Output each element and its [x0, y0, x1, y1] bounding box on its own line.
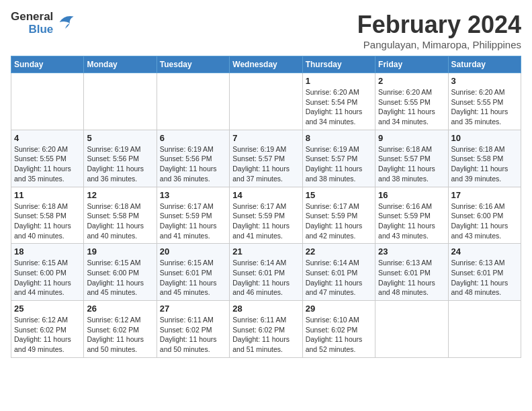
weekday-header: Wednesday: [230, 56, 302, 73]
day-info: Sunrise: 6:20 AMSunset: 5:55 PMDaylight:…: [451, 87, 518, 127]
calendar-cell: 5Sunrise: 6:19 AMSunset: 5:56 PMDaylight…: [84, 130, 157, 187]
day-info: Sunrise: 6:15 AMSunset: 6:01 PMDaylight:…: [160, 258, 226, 298]
weekday-header: Friday: [375, 56, 448, 73]
day-info: Sunrise: 6:15 AMSunset: 6:00 PMDaylight:…: [87, 258, 153, 298]
day-info: Sunrise: 6:13 AMSunset: 6:01 PMDaylight:…: [378, 258, 445, 298]
calendar-cell: 26Sunrise: 6:12 AMSunset: 6:02 PMDayligh…: [84, 301, 157, 358]
weekday-header: Saturday: [448, 56, 521, 73]
day-number: 25: [14, 304, 81, 314]
day-number: 2: [378, 76, 445, 86]
day-number: 7: [232, 133, 299, 143]
day-number: 21: [232, 246, 299, 257]
day-info: Sunrise: 6:20 AMSunset: 5:54 PMDaylight:…: [306, 87, 372, 127]
day-number: 23: [378, 246, 445, 257]
logo-line2: Blue: [28, 24, 53, 36]
calendar-cell: 29Sunrise: 6:10 AMSunset: 6:02 PMDayligh…: [302, 301, 375, 358]
calendar-cell: 15Sunrise: 6:17 AMSunset: 5:59 PMDayligh…: [302, 187, 375, 244]
calendar-cell: 13Sunrise: 6:17 AMSunset: 5:59 PMDayligh…: [157, 187, 229, 244]
calendar-cell: [230, 73, 302, 130]
day-info: Sunrise: 6:19 AMSunset: 5:56 PMDaylight:…: [87, 144, 153, 184]
day-info: Sunrise: 6:18 AMSunset: 5:58 PMDaylight:…: [451, 144, 518, 184]
calendar-cell: 24Sunrise: 6:13 AMSunset: 6:01 PMDayligh…: [448, 244, 521, 301]
day-number: 28: [232, 304, 299, 314]
calendar-cell: 16Sunrise: 6:16 AMSunset: 5:59 PMDayligh…: [375, 187, 448, 244]
weekday-header: Sunday: [11, 56, 84, 73]
day-info: Sunrise: 6:18 AMSunset: 5:58 PMDaylight:…: [14, 201, 81, 241]
calendar-cell: 18Sunrise: 6:15 AMSunset: 6:00 PMDayligh…: [11, 244, 84, 301]
calendar-cell: 8Sunrise: 6:19 AMSunset: 5:57 PMDaylight…: [302, 130, 375, 187]
calendar-cell: 14Sunrise: 6:17 AMSunset: 5:59 PMDayligh…: [230, 187, 302, 244]
calendar-week-row: 1Sunrise: 6:20 AMSunset: 5:54 PMDaylight…: [11, 73, 521, 130]
calendar-cell: 4Sunrise: 6:20 AMSunset: 5:55 PMDaylight…: [11, 130, 84, 187]
day-info: Sunrise: 6:11 AMSunset: 6:02 PMDaylight:…: [160, 315, 226, 355]
calendar-table: SundayMondayTuesdayWednesdayThursdayFrid…: [11, 56, 521, 358]
logo-line1: General: [11, 11, 53, 24]
calendar-cell: 25Sunrise: 6:12 AMSunset: 6:02 PMDayligh…: [11, 301, 84, 358]
day-number: 8: [306, 133, 372, 143]
day-info: Sunrise: 6:16 AMSunset: 5:59 PMDaylight:…: [378, 201, 445, 241]
calendar-week-row: 18Sunrise: 6:15 AMSunset: 6:00 PMDayligh…: [11, 244, 521, 301]
calendar-week-row: 25Sunrise: 6:12 AMSunset: 6:02 PMDayligh…: [11, 301, 521, 358]
day-info: Sunrise: 6:18 AMSunset: 5:58 PMDaylight:…: [87, 201, 153, 241]
weekday-header: Tuesday: [157, 56, 229, 73]
day-number: 16: [378, 190, 445, 200]
logo-bird-icon: [56, 13, 75, 34]
calendar-cell: 22Sunrise: 6:14 AMSunset: 6:01 PMDayligh…: [302, 244, 375, 301]
calendar-cell: 23Sunrise: 6:13 AMSunset: 6:01 PMDayligh…: [375, 244, 448, 301]
day-info: Sunrise: 6:19 AMSunset: 5:57 PMDaylight:…: [306, 144, 372, 184]
calendar-cell: 17Sunrise: 6:16 AMSunset: 6:00 PMDayligh…: [448, 187, 521, 244]
month-title: February 2024: [357, 11, 521, 39]
calendar-week-row: 11Sunrise: 6:18 AMSunset: 5:58 PMDayligh…: [11, 187, 521, 244]
weekday-header: Thursday: [302, 56, 375, 73]
day-info: Sunrise: 6:13 AMSunset: 6:01 PMDaylight:…: [451, 258, 518, 298]
day-number: 3: [451, 76, 518, 86]
calendar-week-row: 4Sunrise: 6:20 AMSunset: 5:55 PMDaylight…: [11, 130, 521, 187]
calendar-cell: [375, 301, 448, 358]
day-info: Sunrise: 6:10 AMSunset: 6:02 PMDaylight:…: [306, 315, 372, 355]
day-number: 17: [451, 190, 518, 200]
day-number: 14: [232, 190, 299, 200]
day-info: Sunrise: 6:11 AMSunset: 6:02 PMDaylight:…: [232, 315, 299, 355]
day-number: 19: [87, 246, 153, 257]
day-number: 6: [160, 133, 226, 143]
calendar-cell: 6Sunrise: 6:19 AMSunset: 5:56 PMDaylight…: [157, 130, 229, 187]
day-info: Sunrise: 6:20 AMSunset: 5:55 PMDaylight:…: [14, 144, 81, 184]
day-number: 11: [14, 190, 81, 200]
day-number: 15: [306, 190, 372, 200]
calendar-cell: 27Sunrise: 6:11 AMSunset: 6:02 PMDayligh…: [157, 301, 229, 358]
calendar-cell: [11, 73, 84, 130]
weekday-header: Monday: [84, 56, 157, 73]
day-number: 12: [87, 190, 153, 200]
day-info: Sunrise: 6:12 AMSunset: 6:02 PMDaylight:…: [14, 315, 81, 355]
calendar-cell: 7Sunrise: 6:19 AMSunset: 5:57 PMDaylight…: [230, 130, 302, 187]
day-number: 9: [378, 133, 445, 143]
calendar-cell: 12Sunrise: 6:18 AMSunset: 5:58 PMDayligh…: [84, 187, 157, 244]
day-number: 4: [14, 133, 81, 143]
calendar-cell: 21Sunrise: 6:14 AMSunset: 6:01 PMDayligh…: [230, 244, 302, 301]
calendar-cell: 19Sunrise: 6:15 AMSunset: 6:00 PMDayligh…: [84, 244, 157, 301]
calendar-cell: 2Sunrise: 6:20 AMSunset: 5:55 PMDaylight…: [375, 73, 448, 130]
page-header: General Blue February 2024 Pangulayan, M…: [11, 11, 521, 50]
day-number: 20: [160, 246, 226, 257]
day-number: 27: [160, 304, 226, 314]
day-info: Sunrise: 6:18 AMSunset: 5:57 PMDaylight:…: [378, 144, 445, 184]
calendar-cell: 1Sunrise: 6:20 AMSunset: 5:54 PMDaylight…: [302, 73, 375, 130]
title-area: February 2024 Pangulayan, Mimaropa, Phil…: [357, 11, 521, 50]
calendar-cell: 9Sunrise: 6:18 AMSunset: 5:57 PMDaylight…: [375, 130, 448, 187]
calendar-cell: 11Sunrise: 6:18 AMSunset: 5:58 PMDayligh…: [11, 187, 84, 244]
day-number: 13: [160, 190, 226, 200]
day-number: 10: [451, 133, 518, 143]
location-title: Pangulayan, Mimaropa, Philippines: [357, 39, 521, 50]
day-info: Sunrise: 6:20 AMSunset: 5:55 PMDaylight:…: [378, 87, 445, 127]
day-number: 29: [306, 304, 372, 314]
calendar-cell: 28Sunrise: 6:11 AMSunset: 6:02 PMDayligh…: [230, 301, 302, 358]
day-number: 18: [14, 246, 81, 257]
day-number: 24: [451, 246, 518, 257]
day-info: Sunrise: 6:15 AMSunset: 6:00 PMDaylight:…: [14, 258, 81, 298]
day-info: Sunrise: 6:14 AMSunset: 6:01 PMDaylight:…: [232, 258, 299, 298]
calendar-header-row: SundayMondayTuesdayWednesdayThursdayFrid…: [11, 56, 521, 73]
day-info: Sunrise: 6:14 AMSunset: 6:01 PMDaylight:…: [306, 258, 372, 298]
day-info: Sunrise: 6:17 AMSunset: 5:59 PMDaylight:…: [232, 201, 299, 241]
calendar-cell: 3Sunrise: 6:20 AMSunset: 5:55 PMDaylight…: [448, 73, 521, 130]
calendar-cell: [84, 73, 157, 130]
